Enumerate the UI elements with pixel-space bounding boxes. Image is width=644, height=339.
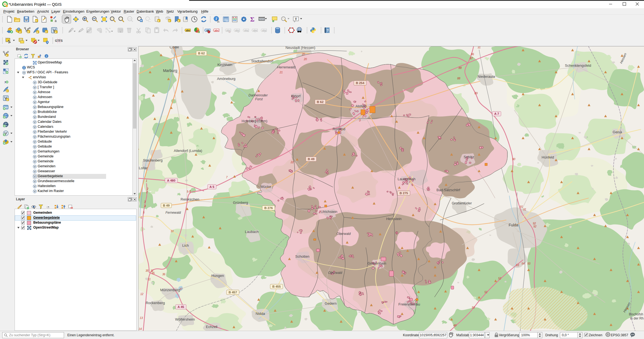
svg-text:10: 10 <box>170 230 174 233</box>
svg-text:Lollar: Lollar <box>139 166 148 170</box>
svg-text:A 7: A 7 <box>494 112 499 115</box>
svg-text:B 62: B 62 <box>317 100 324 104</box>
svg-text:Fulda: Fulda <box>508 223 518 227</box>
svg-text:88: 88 <box>458 66 462 70</box>
svg-text:Gedern: Gedern <box>325 301 336 305</box>
svg-text:3: 3 <box>144 200 146 203</box>
svg-text:54: 54 <box>521 262 525 265</box>
svg-text:14: 14 <box>139 327 142 330</box>
svg-text:13: 13 <box>140 316 143 319</box>
svg-text:Cölbe: Cölbe <box>170 46 179 49</box>
svg-text:B 275: B 275 <box>400 191 408 195</box>
svg-text:Bad Salzschlirf: Bad Salzschlirf <box>436 188 460 192</box>
svg-text:87: 87 <box>470 57 473 60</box>
svg-text:50: 50 <box>472 306 475 309</box>
svg-text:A 45: A 45 <box>178 305 184 309</box>
svg-text:Grebenhain: Grebenhain <box>367 261 386 265</box>
svg-text:Mücke: Mücke <box>261 185 271 189</box>
svg-text:Wölfersheim: Wölfersheim <box>175 317 195 321</box>
svg-text:2: 2 <box>362 115 364 118</box>
svg-text:A 5: A 5 <box>209 185 214 188</box>
svg-text:Kirchhain: Kirchhain <box>217 63 232 67</box>
svg-text:93: 93 <box>527 262 530 265</box>
svg-text:Großenlüder: Großenlüder <box>452 201 472 205</box>
svg-text:Staufenberg: Staufenberg <box>143 158 163 162</box>
svg-text:Schlitz: Schlitz <box>464 155 474 159</box>
svg-text:B 457: B 457 <box>229 291 237 294</box>
svg-text:2: 2 <box>147 187 148 190</box>
svg-text:36: 36 <box>162 273 165 276</box>
svg-text:Ulrichstein: Ulrichstein <box>321 210 338 214</box>
svg-text:Schenklengsfeld: Schenklengsfeld <box>565 63 591 68</box>
svg-text:Lich: Lich <box>182 243 189 248</box>
svg-text:Herbstein: Herbstein <box>386 217 402 221</box>
svg-text:20: 20 <box>303 58 307 61</box>
svg-text:88: 88 <box>457 77 460 80</box>
svg-text:20: 20 <box>302 53 305 56</box>
svg-text:53: 53 <box>516 264 519 267</box>
svg-text:Kirtorf: Kirtorf <box>291 94 301 98</box>
svg-text:Freiensteinau: Freiensteinau <box>399 302 420 306</box>
svg-text:Hungen: Hungen <box>211 274 224 278</box>
svg-text:35: 35 <box>145 269 149 272</box>
svg-text:Laubach: Laubach <box>245 230 259 234</box>
svg-text:Neustadt (Hessen): Neustadt (Hessen) <box>286 46 315 50</box>
svg-text:B 49: B 49 <box>163 204 170 207</box>
svg-text:Marburg: Marburg <box>163 68 177 73</box>
svg-text:in der Rh: in der Rh <box>630 316 644 320</box>
svg-text:Grünberg: Grünberg <box>233 201 248 205</box>
svg-text:Romrod: Romrod <box>333 127 345 131</box>
svg-text:B 49: B 49 <box>308 157 314 161</box>
svg-text:90: 90 <box>512 158 515 161</box>
svg-text:3: 3 <box>359 119 361 122</box>
svg-text:Oberwald: Oberwald <box>328 271 342 275</box>
svg-text:Reiskirchen: Reiskirchen <box>181 197 199 201</box>
svg-text:Echzell: Echzell <box>206 325 217 329</box>
svg-text:Lauterbach: Lauterbach <box>397 177 415 181</box>
svg-text:Nidda: Nidda <box>256 312 265 316</box>
svg-text:31: 31 <box>477 46 480 49</box>
svg-text:11: 11 <box>148 278 151 281</box>
svg-text:92: 92 <box>533 222 536 225</box>
svg-text:51: 51 <box>484 291 487 294</box>
svg-text:21: 21 <box>279 71 283 74</box>
svg-text:Forst: Forst <box>255 97 263 101</box>
svg-text:Fernewald: Fernewald <box>165 211 181 215</box>
svg-text:Amöneburg: Amöneburg <box>217 77 235 81</box>
svg-text:92: 92 <box>533 225 537 228</box>
svg-text:Niederaula: Niederaula <box>478 74 495 79</box>
svg-text:B 276: B 276 <box>264 206 273 210</box>
svg-text:7: 7 <box>226 176 228 179</box>
svg-text:1: 1 <box>146 179 147 182</box>
svg-text:2: 2 <box>146 191 148 194</box>
svg-text:91: 91 <box>520 205 523 208</box>
svg-text:A 480: A 480 <box>167 179 175 182</box>
svg-text:5: 5 <box>143 211 145 214</box>
svg-text:Münzenberg: Münzenberg <box>160 288 180 292</box>
svg-text:Schotten: Schotten <box>295 254 309 259</box>
svg-text:11: 11 <box>151 269 153 272</box>
svg-text:5-8: 5-8 <box>187 190 191 193</box>
svg-text:Oberwald: Oberwald <box>336 232 351 236</box>
svg-text:6: 6 <box>140 216 142 219</box>
svg-text:12: 12 <box>140 293 143 296</box>
svg-text:4: 4 <box>144 205 146 208</box>
svg-text:Allendorf (Lumda): Allendorf (Lumda) <box>174 149 202 153</box>
svg-text:91: 91 <box>523 208 526 211</box>
svg-text:Stadtallendorf: Stadtallendorf <box>251 59 273 63</box>
svg-text:Geisa: Geisa <box>613 130 622 134</box>
svg-text:Homberg (Ohm): Homberg (Ohm) <box>242 119 267 123</box>
svg-text:Bischofsh: Bischofsh <box>629 312 643 316</box>
svg-text:B 254: B 254 <box>356 81 364 85</box>
svg-text:Herrenwald: Herrenwald <box>277 65 295 69</box>
svg-text:22: 22 <box>290 161 294 164</box>
svg-text:B 455: B 455 <box>272 285 281 288</box>
svg-text:Dannenroder: Dannenroder <box>248 93 268 97</box>
svg-text:B 62: B 62 <box>198 52 205 55</box>
svg-text:Hünfeld: Hünfeld <box>542 155 554 159</box>
svg-text:49: 49 <box>453 324 457 327</box>
svg-text:Alsfeld: Alsfeld <box>355 104 366 108</box>
svg-text:86: 86 <box>471 53 474 56</box>
svg-text:Rockenberg: Rockenberg <box>146 301 165 305</box>
svg-text:89: 89 <box>474 92 478 95</box>
